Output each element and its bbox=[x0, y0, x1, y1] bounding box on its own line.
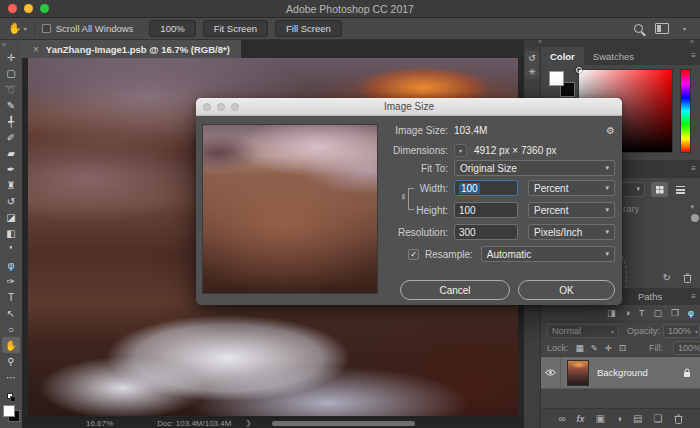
quick-selection-tool[interactable]: ✎ bbox=[2, 97, 20, 113]
dodge-tool[interactable]: φ bbox=[2, 257, 20, 273]
blend-mode-dropdown[interactable]: Normal bbox=[547, 324, 619, 338]
height-input[interactable]: 100 bbox=[454, 202, 518, 218]
panel-menu-icon[interactable]: ≡ bbox=[691, 51, 695, 60]
resolution-label: Resolution: bbox=[386, 227, 448, 238]
library-sync-icon[interactable]: ↻ bbox=[663, 272, 671, 283]
cancel-button[interactable]: Cancel bbox=[400, 280, 510, 300]
clone-stamp-tool[interactable]: ♜ bbox=[2, 177, 20, 193]
tool-preset-chevron-icon[interactable]: ▾ bbox=[24, 25, 27, 32]
filter-pin-icon[interactable]: φ bbox=[688, 308, 694, 318]
pen-tool[interactable]: ✑ bbox=[2, 273, 20, 289]
dialog-options-gear-icon[interactable]: ⚙ bbox=[606, 125, 615, 136]
hand-tool[interactable]: ✋ bbox=[2, 337, 20, 353]
resample-dropdown[interactable]: Automatic bbox=[481, 246, 615, 262]
library-delete-icon[interactable] bbox=[683, 273, 692, 283]
fit-screen-button[interactable]: Fit Screen bbox=[203, 20, 268, 37]
brush-tool[interactable]: ✒ bbox=[2, 161, 20, 177]
workspace-chevron-icon[interactable]: ▾ bbox=[683, 25, 686, 32]
resample-checkbox[interactable]: ✓ bbox=[408, 249, 419, 260]
opacity-value[interactable]: 100% bbox=[663, 324, 700, 338]
lock-position-icon[interactable]: ✛ bbox=[605, 343, 612, 353]
layer-thumbnail[interactable] bbox=[567, 360, 589, 386]
layer-visibility-toggle[interactable] bbox=[541, 357, 561, 389]
lock-artboard-icon[interactable]: ⊡ bbox=[619, 343, 626, 353]
adjustments-panel-icon[interactable]: ✳ bbox=[525, 65, 539, 79]
delete-layer-icon[interactable] bbox=[674, 414, 683, 424]
blur-tool[interactable]: ❜ bbox=[2, 241, 20, 257]
layer-row-background[interactable]: Background bbox=[541, 357, 700, 389]
search-icon[interactable] bbox=[634, 24, 643, 33]
actual-size-button[interactable]: 100% bbox=[149, 20, 195, 37]
history-brush-tool[interactable]: ↺ bbox=[2, 193, 20, 209]
healing-brush-tool[interactable]: ▰ bbox=[2, 145, 20, 161]
type-tool[interactable]: T bbox=[2, 289, 20, 305]
fill-screen-button[interactable]: Fill Screen bbox=[275, 20, 342, 37]
width-input[interactable]: 100 bbox=[454, 180, 518, 196]
smart-object-filter-icon[interactable]: ❐ bbox=[671, 308, 679, 318]
resolution-input[interactable]: 300 bbox=[454, 224, 518, 240]
collapse-panels-left-icon[interactable]: « bbox=[538, 38, 542, 45]
color-fg-bg-swatches[interactable] bbox=[549, 71, 575, 97]
hue-slider[interactable] bbox=[680, 69, 691, 153]
width-unit-dropdown[interactable]: Percent bbox=[528, 180, 615, 196]
library-chevron-icon[interactable]: ▾ bbox=[690, 203, 694, 211]
ok-button[interactable]: OK bbox=[518, 280, 615, 300]
lock-paint-icon[interactable]: ✎ bbox=[591, 343, 598, 353]
link-dimensions-icon[interactable]: ∞ bbox=[399, 194, 408, 200]
resolution-unit-dropdown[interactable]: Pixels/Inch bbox=[528, 224, 615, 240]
horizontal-scrollbar[interactable] bbox=[272, 421, 415, 426]
grid-view-button[interactable] bbox=[651, 182, 668, 197]
list-view-button[interactable] bbox=[672, 182, 689, 197]
shape-filter-icon[interactable]: ▢ bbox=[653, 308, 662, 318]
workspace-switcher-icon[interactable] bbox=[655, 23, 669, 34]
fit-to-dropdown[interactable]: Original Size bbox=[454, 160, 615, 176]
hand-tool-icon[interactable]: ✋ bbox=[8, 22, 22, 35]
layer-group-icon[interactable]: ▤ bbox=[633, 413, 642, 424]
dimensions-unit-chevron[interactable]: ▾ bbox=[454, 144, 467, 157]
lasso-tool[interactable]: ➰ bbox=[2, 81, 20, 97]
lock-label: Lock: bbox=[547, 343, 569, 353]
close-tab-icon[interactable]: × bbox=[33, 44, 39, 55]
tab-swatches[interactable]: Swatches bbox=[584, 47, 643, 65]
history-panel-icon[interactable]: ↺ bbox=[525, 51, 539, 65]
foreground-background-swatches[interactable] bbox=[3, 405, 20, 422]
fill-value[interactable]: 100% bbox=[673, 341, 700, 355]
document-tab-bar: × YanZhang-Image1.psb @ 16.7% (RGB/8*) bbox=[22, 40, 524, 58]
adjustment-filter-icon[interactable]: ◑ bbox=[625, 308, 630, 318]
eraser-tool[interactable]: ◪ bbox=[2, 209, 20, 225]
zoom-tool[interactable]: ⚲ bbox=[2, 353, 20, 369]
layer-mask-icon[interactable]: ▣ bbox=[596, 413, 605, 424]
panel-menu-icon[interactable]: ≡ bbox=[691, 164, 695, 173]
tab-paths[interactable]: Paths bbox=[629, 288, 671, 306]
shape-tool[interactable]: ○ bbox=[2, 321, 20, 337]
color-picker-marker[interactable] bbox=[576, 67, 582, 73]
type-filter-icon[interactable]: T bbox=[639, 308, 645, 318]
more-tools[interactable]: ⋯ bbox=[2, 369, 20, 385]
panel-menu-icon[interactable]: ≡ bbox=[691, 292, 695, 301]
adjustment-layer-icon[interactable]: ◑ bbox=[616, 413, 622, 424]
collapse-panels-right-icon[interactable]: » bbox=[690, 38, 694, 45]
layer-effects-icon[interactable]: fx bbox=[577, 414, 585, 424]
new-layer-icon[interactable]: ❏ bbox=[654, 413, 663, 424]
zoom-level-field[interactable]: 16.67% bbox=[86, 419, 113, 428]
lock-transparency-icon[interactable]: ▦ bbox=[576, 343, 584, 353]
move-tool[interactable]: ✛ bbox=[2, 49, 20, 65]
eyedropper-tool[interactable]: ✐ bbox=[2, 129, 20, 145]
library-name-partial[interactable]: rary bbox=[623, 203, 639, 214]
marquee-tool[interactable]: ▢ bbox=[2, 65, 20, 81]
path-selection-tool[interactable]: ↖ bbox=[2, 305, 20, 321]
gradient-tool[interactable]: ◧ bbox=[2, 225, 20, 241]
toolbar-collapse-icon[interactable]: » bbox=[2, 41, 6, 49]
mask-filter-icon[interactable]: ◨ bbox=[607, 308, 616, 318]
layer-locked-icon[interactable] bbox=[683, 368, 691, 378]
default-colors-icon[interactable] bbox=[7, 393, 16, 402]
scroll-all-windows-checkbox[interactable] bbox=[42, 24, 51, 33]
height-unit-dropdown[interactable]: Percent bbox=[528, 202, 615, 218]
dialog-titlebar[interactable]: Image Size bbox=[196, 98, 622, 116]
image-preview[interactable] bbox=[202, 124, 378, 294]
link-layers-icon[interactable]: ∞ bbox=[558, 413, 565, 424]
tab-color[interactable]: Color bbox=[541, 47, 584, 65]
document-tab[interactable]: × YanZhang-Image1.psb @ 16.7% (RGB/8*) bbox=[22, 40, 241, 58]
status-options-arrow-icon[interactable]: ❯ bbox=[245, 419, 251, 427]
crop-tool[interactable]: ╃ bbox=[2, 113, 20, 129]
